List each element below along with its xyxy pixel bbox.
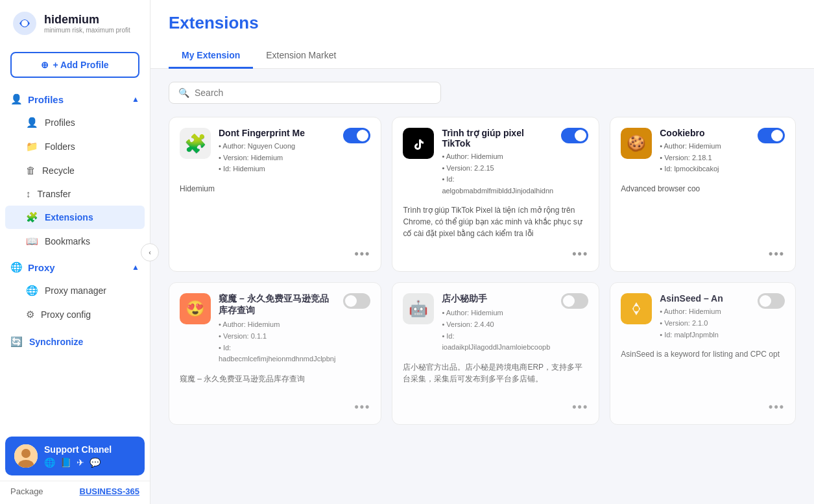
more-button-5[interactable]: ••• xyxy=(572,400,588,414)
toggle-cookiebro[interactable] xyxy=(758,128,785,143)
ext-info-5: 店小秘助手 • Author: Hidemium • Version: 2.4.… xyxy=(442,293,553,353)
svg-point-3 xyxy=(21,449,30,458)
tab-my-extension[interactable]: My Extension xyxy=(169,43,253,69)
ext-info-6: AsinSeed – An • Author: Hidemium • Versi… xyxy=(660,293,750,341)
profiles-section-icon: 👤 xyxy=(10,93,23,105)
page-title: Extensions xyxy=(169,13,796,33)
ext-footer-1: ••• xyxy=(180,247,370,261)
collapse-sidebar-button[interactable]: ‹ xyxy=(141,243,159,261)
ext-meta-5: • Author: Hidemium • Version: 2.4.40 • I… xyxy=(442,307,553,353)
bookmarks-icon: 📖 xyxy=(26,235,38,247)
sidebar-item-synchronize-label: Synchronize xyxy=(29,337,83,347)
sidebar-item-recycle-label: Recycle xyxy=(42,165,75,176)
ext-meta-2: • Author: Hidemium • Version: 2.2.15 • I… xyxy=(442,151,553,197)
ext-icon-puzzle: 🧩 xyxy=(180,128,211,159)
sidebar-item-proxy-config[interactable]: ⚙ Proxy config xyxy=(5,303,145,326)
search-input[interactable] xyxy=(195,88,431,98)
main-content: Extensions My Extension Extension Market… xyxy=(150,0,814,504)
ext-meta-3: • Author: Hidemium • Version: 2.18.1 • I… xyxy=(660,141,750,175)
sidebar-item-proxy-config-label: Proxy config xyxy=(41,309,91,320)
more-button-1[interactable]: ••• xyxy=(354,247,370,261)
logo-text: hidemium minimum risk, maximum profit xyxy=(44,13,130,34)
ext-card-header-5: 🤖 店小秘助手 • Author: Hidemium • Version: 2.… xyxy=(403,293,588,353)
profiles-section: 👤 Profiles ▲ 👤 Profiles 📁 Folders 🗑 Recy… xyxy=(0,88,150,256)
sidebar-item-profiles-label: Profiles xyxy=(45,117,75,128)
ext-icon-cookie: 🍪 xyxy=(621,128,652,159)
sidebar-item-extensions-label: Extensions xyxy=(45,212,93,222)
search-bar: 🔍 xyxy=(169,82,441,104)
tabs-bar: My Extension Extension Market xyxy=(169,43,796,68)
package-value[interactable]: BUSINESS-365 xyxy=(80,486,139,496)
search-icon: 🔍 xyxy=(178,88,189,98)
toggle-asinseed[interactable] xyxy=(758,293,785,309)
support-web-icon[interactable]: 🌐 xyxy=(44,457,55,468)
ext-desc-6: AsinSeed is a keyword for listing and CP… xyxy=(621,348,785,392)
toggle-yaomo[interactable] xyxy=(343,293,370,309)
extensions-icon: 🧩 xyxy=(26,211,38,223)
support-text: Support Chanel 🌐 📘 ✈ 💬 xyxy=(44,444,136,468)
sidebar-item-bookmarks[interactable]: 📖 Bookmarks xyxy=(5,230,145,253)
ext-card-header-6: AsinSeed – An • Author: Hidemium • Versi… xyxy=(621,293,785,341)
ext-name-6: AsinSeed – An xyxy=(660,293,750,304)
sidebar-bottom: Support Chanel 🌐 📘 ✈ 💬 Package BUSINESS-… xyxy=(0,431,150,504)
content-area: 🔍 🧩 Dont Fingerprint Me • Author: Nguyen… xyxy=(150,69,814,504)
sidebar-item-folders[interactable]: 📁 Folders xyxy=(5,135,145,158)
proxy-section-label: Proxy xyxy=(28,262,55,273)
svg-point-1 xyxy=(21,20,28,27)
ext-desc-4: 窥魔 – 永久免费亚马逊竞品库存查询 xyxy=(180,373,370,393)
more-button-4[interactable]: ••• xyxy=(354,400,370,414)
more-button-2[interactable]: ••• xyxy=(572,247,588,261)
recycle-icon: 🗑 xyxy=(26,165,36,176)
extensions-grid: 🧩 Dont Fingerprint Me • Author: Nguyen C… xyxy=(169,117,796,425)
ext-footer-2: ••• xyxy=(403,247,588,261)
folders-icon: 📁 xyxy=(26,141,38,152)
support-facebook-icon[interactable]: 📘 xyxy=(60,457,71,468)
main-header: Extensions My Extension Extension Market xyxy=(150,0,814,69)
sidebar-item-profiles[interactable]: 👤 Profiles xyxy=(5,111,145,134)
ext-meta-1: • Author: Nguyen Cuong • Version: Hidemi… xyxy=(219,141,335,175)
proxy-section-header[interactable]: 🌐 Proxy ▲ xyxy=(0,256,150,278)
proxy-config-icon: ⚙ xyxy=(26,309,34,320)
transfer-icon: ↕ xyxy=(26,188,31,199)
logo-area: hidemium minimum risk, maximum profit xyxy=(0,0,150,47)
sidebar-item-proxy-manager[interactable]: 🌐 Proxy manager xyxy=(5,279,145,302)
support-avatar xyxy=(14,444,38,468)
profiles-header-left: 👤 Profiles xyxy=(10,93,64,105)
ext-icon-emoji: 😍 xyxy=(180,293,211,324)
sidebar-item-extensions[interactable]: 🧩 Extensions xyxy=(5,206,145,229)
ext-desc-1: Hidemium xyxy=(180,183,370,240)
ext-footer-4: ••• xyxy=(180,400,370,414)
toggle-dianxiaomi[interactable] xyxy=(561,293,588,309)
sidebar-item-recycle[interactable]: 🗑 Recycle xyxy=(5,159,145,182)
package-area: Package BUSINESS-365 xyxy=(0,481,150,504)
more-button-6[interactable]: ••• xyxy=(769,400,785,414)
ext-card-dianxiaomi: 🤖 店小秘助手 • Author: Hidemium • Version: 2.… xyxy=(392,282,599,425)
proxy-section: 🌐 Proxy ▲ 🌐 Proxy manager ⚙ Proxy config xyxy=(0,256,150,330)
toggle-tiktok[interactable] xyxy=(561,128,588,143)
synchronize-icon: 🔄 xyxy=(10,336,23,348)
support-channel[interactable]: Support Chanel 🌐 📘 ✈ 💬 xyxy=(5,437,145,475)
proxy-section-icon: 🌐 xyxy=(10,261,23,273)
ext-card-dont-fingerprint: 🧩 Dont Fingerprint Me • Author: Nguyen C… xyxy=(169,117,381,272)
profiles-section-header[interactable]: 👤 Profiles ▲ xyxy=(0,88,150,110)
support-telegram-icon[interactable]: ✈ xyxy=(77,457,84,468)
more-button-3[interactable]: ••• xyxy=(769,247,785,261)
ext-icon-robot: 🤖 xyxy=(403,293,434,324)
proxy-chevron-icon: ▲ xyxy=(132,263,139,272)
tab-extension-market[interactable]: Extension Market xyxy=(253,43,349,69)
add-profile-icon: ⊕ xyxy=(41,60,49,70)
ext-card-header-3: 🍪 Cookiebro • Author: Hidemium • Version… xyxy=(621,128,785,175)
ext-card-header-4: 😍 窥魔 – 永久免费亚马逊竞品库存查询 • Author: Hidemium … xyxy=(180,293,370,365)
add-profile-button[interactable]: ⊕ + Add Profile xyxy=(10,52,139,78)
toggle-dont-fingerprint[interactable] xyxy=(343,128,370,143)
sidebar: hidemium minimum risk, maximum profit ⊕ … xyxy=(0,0,150,504)
proxy-manager-icon: 🌐 xyxy=(26,285,38,296)
ext-meta-4: • Author: Hidemium • Version: 0.1.1 • Id… xyxy=(219,319,335,365)
support-chat-icon[interactable]: 💬 xyxy=(90,457,101,468)
ext-footer-3: ••• xyxy=(621,247,785,261)
sidebar-item-synchronize[interactable]: 🔄 Synchronize xyxy=(0,330,145,354)
ext-card-asinseed: AsinSeed – An • Author: Hidemium • Versi… xyxy=(610,282,796,425)
ext-info-4: 窥魔 – 永久免费亚马逊竞品库存查询 • Author: Hidemium • … xyxy=(219,293,335,365)
ext-card-tiktok: Trình trợ giúp pixel TikTok • Author: Hi… xyxy=(392,117,599,272)
sidebar-item-transfer[interactable]: ↕ Transfer xyxy=(5,182,145,205)
